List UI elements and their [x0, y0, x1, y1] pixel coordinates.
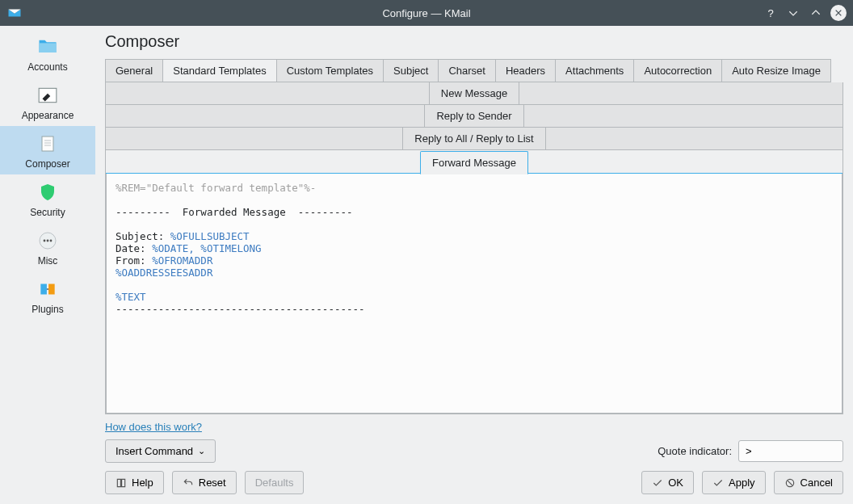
quote-indicator-label: Quote indicator:: [658, 445, 732, 457]
sidebar-item-label: Plugins: [32, 304, 63, 315]
standard-templates-panel: New Message Reply to Sender Reply to All…: [105, 82, 843, 414]
sidebar-item-label: Security: [30, 207, 65, 218]
document-icon: [35, 131, 61, 157]
minimize-icon[interactable]: [785, 5, 801, 21]
inner-tab-reply-all[interactable]: Reply to All / Reply to List: [402, 128, 545, 149]
sidebar-item-accounts[interactable]: Accounts: [0, 29, 95, 78]
quote-indicator-input[interactable]: [738, 440, 843, 462]
template-from-var: %OFROMADDR: [152, 254, 212, 267]
cancel-button[interactable]: Cancel: [774, 471, 843, 494]
tab-standard-templates[interactable]: Standard Templates: [162, 59, 275, 82]
template-addr-var: %OADDRESSEESADDR: [116, 267, 212, 279]
help-link[interactable]: How does this work?: [105, 421, 843, 433]
reset-button-label: Reset: [199, 477, 226, 489]
sidebar-item-label: Accounts: [27, 61, 67, 73]
help-button[interactable]: Help: [105, 471, 164, 494]
titlebar: Configure — KMail ?: [0, 0, 853, 26]
sidebar-item-security[interactable]: Security: [0, 174, 95, 223]
sidebar-item-misc[interactable]: Misc: [0, 223, 95, 271]
plugin-icon: [35, 276, 61, 302]
ok-button[interactable]: OK: [641, 471, 694, 494]
sidebar-item-plugins[interactable]: Plugins: [0, 271, 95, 320]
apply-button-label: Apply: [729, 477, 755, 489]
template-comment: %REM="Default forward template"%-: [116, 182, 316, 194]
insert-command-button[interactable]: Insert Command ⌄: [105, 439, 216, 463]
close-icon[interactable]: [830, 5, 847, 21]
reset-button[interactable]: Reset: [172, 471, 237, 494]
tab-autocorrection[interactable]: Autocorrection: [633, 59, 721, 82]
svg-rect-1: [42, 136, 53, 151]
cancel-icon: [784, 477, 796, 489]
sidebar-item-composer[interactable]: Composer: [0, 126, 95, 174]
shield-icon: [35, 179, 61, 205]
defaults-button[interactable]: Defaults: [245, 471, 305, 494]
defaults-button-label: Defaults: [255, 477, 294, 489]
template-editor[interactable]: %REM="Default forward template"%- ------…: [107, 174, 842, 413]
sidebar-item-appearance[interactable]: Appearance: [0, 78, 95, 126]
insert-command-label: Insert Command: [116, 445, 193, 457]
svg-point-3: [44, 240, 46, 242]
tab-custom-templates[interactable]: Custom Templates: [276, 59, 383, 82]
sidebar-item-label: Appearance: [22, 110, 74, 121]
sidebar-item-label: Composer: [25, 158, 69, 170]
svg-rect-6: [40, 284, 47, 295]
help-button-label: Help: [132, 477, 153, 489]
dialog-footer: Help Reset Defaults OK Apply: [105, 471, 843, 494]
inner-tab-reply-sender[interactable]: Reply to Sender: [424, 105, 523, 127]
undo-icon: [183, 477, 194, 489]
help-icon[interactable]: ?: [763, 5, 779, 21]
template-subject-var: %OFULLSUBJECT: [170, 230, 250, 242]
maximize-icon[interactable]: [808, 5, 824, 21]
svg-point-4: [47, 240, 49, 242]
tab-general[interactable]: General: [105, 59, 162, 82]
inner-tab-forward-message[interactable]: Forward Message: [420, 151, 528, 174]
tab-charset[interactable]: Charset: [438, 59, 495, 82]
template-date-var: %ODATE, %OTIMELONG: [152, 242, 261, 254]
ok-button-label: OK: [668, 477, 683, 489]
chevron-down-icon: ⌄: [198, 446, 205, 456]
page-title: Composer: [105, 32, 843, 51]
template-from-lbl: From:: [116, 254, 152, 267]
book-icon: [116, 477, 127, 489]
window-title: Configure — KMail: [0, 7, 853, 19]
app-icon: [5, 3, 24, 23]
sidebar: Accounts Appearance Composer Security Mi…: [0, 26, 95, 504]
dots-icon: [35, 228, 61, 254]
template-subject-lbl: Subject:: [116, 230, 170, 242]
tab-headers[interactable]: Headers: [495, 59, 555, 82]
template-date-lbl: Date:: [116, 242, 152, 254]
content-area: Composer General Standard Templates Cust…: [95, 26, 853, 504]
check-icon: [712, 477, 724, 489]
apply-button[interactable]: Apply: [702, 471, 766, 494]
tab-attachments[interactable]: Attachments: [555, 59, 633, 82]
tab-subject[interactable]: Subject: [383, 59, 438, 82]
svg-rect-7: [48, 284, 55, 295]
outer-tab-bar: General Standard Templates Custom Templa…: [105, 59, 843, 82]
svg-point-5: [50, 240, 53, 242]
inner-tab-new-message[interactable]: New Message: [429, 82, 519, 104]
folder-icon: [35, 34, 61, 60]
tab-auto-resize-image[interactable]: Auto Resize Image: [721, 59, 831, 82]
cancel-button-label: Cancel: [800, 477, 833, 489]
pencil-icon: [35, 82, 61, 108]
template-sep-head: --------- Forwarded Message ---------: [116, 206, 353, 218]
template-sep-tail: ----------------------------------------…: [116, 303, 365, 315]
template-text-var: %TEXT: [116, 291, 146, 303]
check-icon: [652, 477, 663, 489]
sidebar-item-label: Misc: [38, 255, 58, 267]
